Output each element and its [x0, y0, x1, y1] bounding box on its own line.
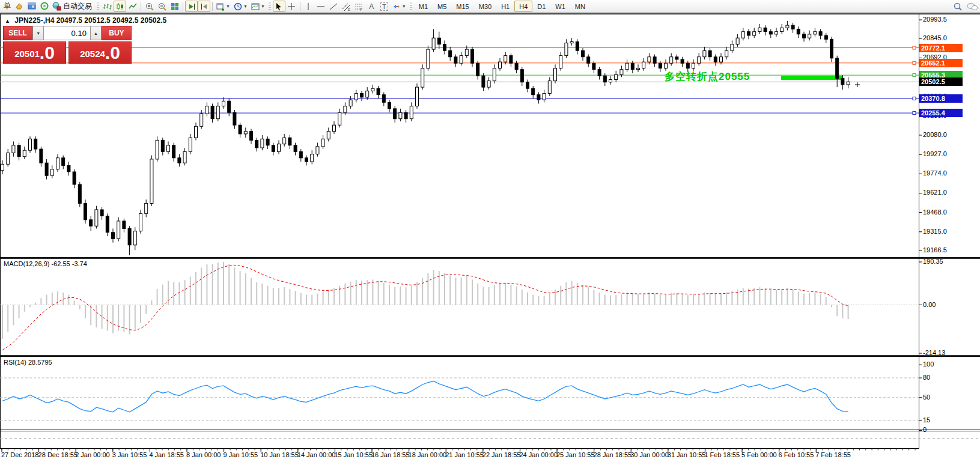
sell-price-main: 20501 [14, 46, 40, 62]
chart-shift-icon [199, 2, 209, 11]
date-label: 22 Jan 18:55 [482, 451, 521, 458]
pivot-annotation-text[interactable]: 多空转折点20555 [665, 70, 750, 84]
collapse-arrow-icon[interactable]: ▲ [5, 18, 10, 24]
timeframe-button-m5[interactable]: M5 [433, 1, 451, 12]
period-clock-button[interactable]: ▼ [232, 1, 249, 12]
label-tool-icon: T [380, 2, 388, 11]
line-chart-button[interactable] [126, 1, 139, 12]
clock-icon [233, 2, 243, 11]
buy-price-main: 20524 [80, 46, 105, 62]
zoom-out-button[interactable] [156, 1, 168, 12]
channel-tool-button[interactable]: E [340, 1, 353, 12]
date-label: 2 Jan 00:00 [75, 451, 110, 458]
date-label: 28 Jan 18:55 [594, 451, 632, 458]
timeframe-button-m15[interactable]: M15 [451, 1, 473, 12]
rsi-indicator-label: RSI(14) 28.5795 [4, 359, 52, 366]
chart-profile-button[interactable]: ▼ [249, 1, 267, 12]
label-tool-button[interactable]: T [378, 1, 391, 12]
price-tick-label: 20993.5 [923, 16, 947, 23]
timeframe-button-d1[interactable]: D1 [532, 1, 550, 12]
date-label: 7 Feb 18:55 [815, 451, 851, 458]
auto-scroll-button[interactable] [185, 1, 198, 12]
order-menu-label[interactable]: 单 [4, 1, 11, 11]
text-tool-icon: A [369, 2, 374, 11]
date-label: 3 Jan 10:55 [112, 451, 147, 458]
new-chart-icon [216, 2, 225, 11]
fibonacci-tool-button[interactable]: F [353, 1, 365, 12]
date-label: 14 Jan 00:00 [297, 451, 336, 458]
date-label: 28 Dec 18:55 [38, 451, 78, 458]
terminal-button[interactable] [25, 1, 38, 12]
chart-shift-button[interactable] [198, 1, 210, 12]
bar-chart-button[interactable] [101, 1, 114, 12]
price-level-badge: 20652.1 [919, 59, 963, 67]
horizontal-line-icon [316, 2, 326, 11]
toolbar-grip[interactable] [410, 2, 412, 11]
zoom-in-button[interactable] [143, 1, 156, 12]
date-label: 16 Jan 18:55 [371, 451, 410, 458]
timeframe-button-m30[interactable]: M30 [474, 1, 496, 12]
timeframe-button-m1[interactable]: M1 [414, 1, 433, 12]
buy-button[interactable]: BUY [102, 26, 132, 40]
horizontal-line-tool-button[interactable] [315, 1, 327, 12]
price-tick-label: 20845.0 [923, 34, 947, 41]
vertical-line-icon [303, 2, 313, 11]
timeframe-button-mn[interactable]: MN [570, 1, 590, 12]
volume-decrease-button[interactable]: ▼ [32, 26, 44, 40]
new-order-button[interactable] [13, 1, 25, 12]
text-tool-button[interactable]: A [365, 1, 378, 12]
sell-button[interactable]: SELL [3, 26, 32, 40]
ping-button[interactable] [38, 1, 50, 12]
date-label: 6 Feb 10:55 [779, 451, 814, 458]
date-label: 5 Feb 00:00 [741, 451, 777, 458]
search-icon[interactable] [953, 2, 963, 11]
toolbar-grip[interactable] [97, 2, 99, 11]
volume-increase-button[interactable]: ▲ [90, 26, 102, 40]
buy-price-big: .0 [105, 44, 120, 62]
sell-price-big: .0 [40, 44, 55, 62]
shapes-tool-button[interactable]: ▼ [391, 1, 408, 12]
date-label: 25 Jan 10:55 [556, 451, 595, 458]
price-tick-label: 19621.0 [923, 189, 947, 196]
timeframe-button-h4[interactable]: H4 [514, 1, 532, 12]
line-chart-icon [128, 2, 138, 11]
crosshair-tool-button[interactable] [285, 1, 298, 12]
cursor-tool-button[interactable] [273, 1, 285, 12]
rsi-tick-label: 0 [923, 426, 927, 433]
volume-input[interactable]: 0.10 [44, 26, 90, 40]
chat-icon[interactable] [966, 2, 978, 11]
price-tick-label: 20080.0 [923, 131, 947, 138]
chart-title: ▲ JPN225-,H4 20497.5 20512.5 20492.5 205… [5, 16, 166, 25]
toolbar-grip[interactable] [269, 2, 271, 11]
timeframe-button-w1[interactable]: W1 [550, 1, 570, 12]
cursor-icon [274, 2, 284, 11]
date-label: 15 Jan 10:55 [334, 451, 373, 458]
rsi-tick-label: 100 [923, 360, 934, 368]
macd-indicator-label: MACD(12,26,9) -62.55 -3.74 [4, 260, 87, 267]
macd-tick-label: 0.00 [923, 301, 936, 308]
tile-windows-button[interactable] [168, 1, 181, 12]
sell-price-display[interactable]: 20501.0 [3, 41, 66, 64]
trendline-icon [329, 2, 338, 11]
trendline-tool-button[interactable] [327, 1, 340, 12]
date-label: 18 Jan 00:00 [409, 451, 447, 458]
chart-canvas[interactable] [0, 0, 980, 465]
zoom-out-icon [157, 2, 167, 11]
new-chart-button[interactable]: ▼ [215, 1, 232, 12]
price-tick-label: 19927.0 [923, 150, 947, 157]
fibonacci-icon: F [354, 2, 364, 11]
ohlc-values: 20497.5 20512.5 20492.5 20502.5 [56, 16, 167, 25]
candlestick-chart-button[interactable] [114, 1, 126, 12]
terminal-icon [27, 1, 37, 12]
date-label: 27 Dec 2018 [1, 451, 38, 458]
timeframe-button-h1[interactable]: H1 [496, 1, 514, 12]
buy-price-display[interactable]: 20524.0 [68, 41, 132, 64]
volume-stepper: ▼ 0.10 ▲ [32, 26, 102, 40]
chevron-down-icon: ▼ [243, 4, 248, 8]
macd-tick-label: 190.35 [923, 258, 943, 265]
vertical-line-tool-button[interactable] [302, 1, 315, 12]
autotrade-button[interactable]: 自动交易 [50, 1, 95, 12]
ping-icon [40, 1, 49, 12]
autotrade-label: 自动交易 [63, 1, 92, 11]
chevron-down-icon: ▼ [226, 4, 230, 8]
